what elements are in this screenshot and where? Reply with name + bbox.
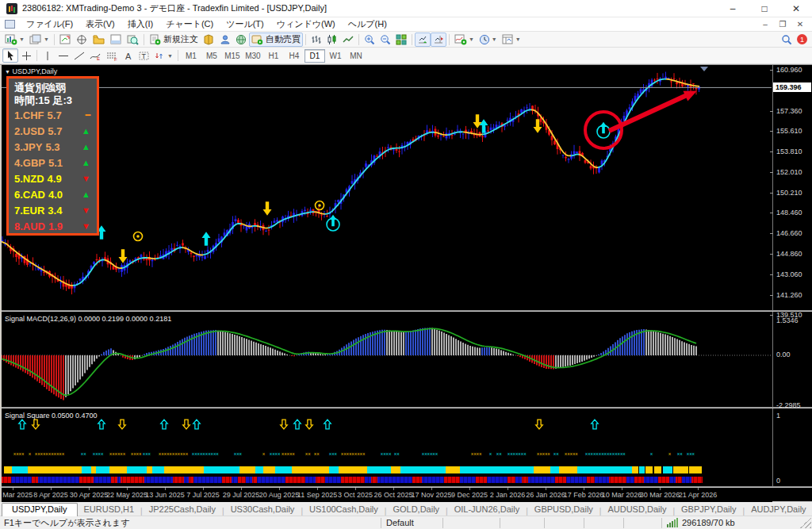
text-label-tool-button[interactable]: T	[136, 48, 152, 63]
chart-document-icon[interactable]	[5, 20, 15, 29]
community-button[interactable]	[217, 33, 233, 47]
mdi-minimize-button[interactable]: –	[756, 18, 774, 30]
templates-button[interactable]: ▼	[500, 33, 523, 47]
chart-tab-eurusd-h1[interactable]: EURUSD,H1	[78, 504, 141, 516]
date-tick	[393, 488, 394, 490]
crosshair-tool-button[interactable]	[18, 48, 34, 63]
price-axis-label: 146.660	[776, 229, 802, 237]
price-axis[interactable]: 159.396 160.960157.360155.610153.810152.…	[773, 65, 812, 502]
indicators-button[interactable]: ▼	[452, 33, 477, 47]
date-axis-label: 20 Aug 2025	[259, 491, 300, 499]
metaeditor-button[interactable]	[201, 33, 217, 47]
pane-separator[interactable]	[0, 486, 812, 488]
candlestick-chart-button[interactable]	[324, 33, 340, 47]
menu-item-file[interactable]: ファイル(F)	[20, 17, 79, 31]
bar-chart-button[interactable]	[308, 33, 324, 47]
svg-text:xxxxxx: xxxxxx	[109, 451, 125, 456]
timeframe-w1[interactable]: W1	[325, 49, 346, 63]
navigator-button[interactable]	[90, 33, 108, 47]
search-icon[interactable]	[781, 34, 792, 45]
svg-text:xxxx: xxxx	[93, 451, 104, 456]
svg-text:xxxx: xxxx	[13, 451, 25, 456]
periods-button[interactable]: ▼	[477, 33, 500, 47]
timeframe-mn[interactable]: MN	[346, 49, 366, 63]
auto-scroll-button[interactable]	[415, 33, 431, 47]
new-chart-button[interactable]: ▼	[2, 33, 27, 47]
auto-trading-button[interactable]: 自動売買	[249, 33, 303, 47]
cursor-tool-button[interactable]	[2, 48, 18, 63]
chart-tab-audusd-daily[interactable]: AUDUSD,Daily	[601, 504, 672, 516]
timeframe-m5[interactable]: M5	[201, 49, 222, 63]
chart-tab-audjpy-daily[interactable]: AUDJPY,Daily	[745, 504, 812, 516]
text-tool-button[interactable]: A	[121, 48, 136, 63]
svg-text:xx: xx	[305, 451, 311, 456]
tile-windows-button[interactable]	[393, 33, 409, 47]
price-chart-canvas[interactable]: xxxxxxxxxxxxxxxxxxxxxxxxxxxxxxxxxxxxxxxx…	[0, 65, 812, 502]
menu-item-insert[interactable]: 挿入(I)	[121, 17, 159, 31]
profiles-button[interactable]: ▼	[27, 33, 52, 47]
close-button[interactable]: ✕	[780, 0, 812, 17]
collapse-triangle-icon[interactable]: ▼	[5, 69, 10, 75]
chart-tab-oil-jun26-daily[interactable]: OIL-JUN26,Daily	[448, 504, 527, 516]
news-button[interactable]	[233, 33, 249, 47]
timeframe-m1[interactable]: M1	[181, 49, 201, 63]
timeframe-m30[interactable]: M30	[243, 49, 263, 63]
minimize-button[interactable]: –	[717, 0, 749, 17]
strength-rank-currency: 5.NZD	[14, 173, 44, 185]
chart-tab-us100cash-daily[interactable]: US100Cash,Daily	[303, 504, 385, 516]
menu-item-view[interactable]: 表示(V)	[79, 17, 121, 31]
menu-item-tools[interactable]: ツール(T)	[220, 17, 270, 31]
svg-text:xx: xx	[496, 451, 502, 456]
signal-square-layer: xxxxxxxxxxxxxxxxxxxxxxxxxxxxxxxxxxxxxxxx…	[2, 420, 703, 483]
mdi-restore-button[interactable]: ❐	[774, 18, 791, 30]
timeframe-h4[interactable]: H4	[284, 49, 304, 63]
channel-tool-button[interactable]: E	[87, 48, 104, 63]
zoom-in-button[interactable]	[362, 33, 377, 47]
horizontal-line-tool-button[interactable]	[56, 48, 71, 63]
macd-signal-line	[2, 328, 696, 395]
data-window-button[interactable]	[74, 33, 90, 47]
terminal-button[interactable]	[108, 33, 124, 47]
resize-grip[interactable]	[800, 517, 811, 528]
svg-text:x: x	[262, 451, 265, 456]
trendline-tool-button[interactable]	[71, 48, 87, 63]
fibonacci-tool-button[interactable]: F	[104, 48, 121, 63]
timeframe-m15[interactable]: M15	[222, 49, 243, 63]
zoom-out-button[interactable]	[377, 33, 393, 47]
chevron-down-icon: ▼	[469, 36, 474, 42]
menu-item-help[interactable]: ヘルプ(H)	[342, 17, 393, 31]
pane-separator[interactable]	[0, 310, 812, 312]
menu-item-window[interactable]: ウィンドウ(W)	[270, 17, 342, 31]
timeframe-h1[interactable]: H1	[263, 49, 284, 63]
price-axis-label: 150.210	[776, 189, 802, 197]
timeframe-d1[interactable]: D1	[304, 49, 325, 63]
strategy-tester-button[interactable]	[124, 33, 141, 47]
new-order-button[interactable]: 新規注文	[147, 33, 201, 47]
date-tick	[469, 488, 470, 490]
chart-tab-gold-daily[interactable]: GOLD,Daily	[386, 504, 446, 516]
toolbar-separator	[412, 34, 412, 45]
status-profile-cell[interactable]: Default	[381, 518, 442, 528]
strength-row-chf: 1.CHF5.7━	[14, 107, 92, 123]
chart-tab-jp225cash-daily[interactable]: JP225Cash,Daily	[143, 504, 222, 516]
strength-rank-currency: 2.USD	[14, 125, 44, 137]
market-watch-button[interactable]	[57, 33, 74, 47]
pane-separator[interactable]	[0, 407, 812, 408]
maximize-button[interactable]: □	[749, 0, 780, 17]
chart-workspace[interactable]: xxxxxxxxxxxxxxxxxxxxxxxxxxxxxxxxxxxxxxxx…	[0, 64, 812, 501]
vertical-line-tool-button[interactable]	[40, 48, 56, 63]
chart-tab-gbpjpy-daily[interactable]: GBPJPY,Daily	[675, 504, 743, 516]
notification-badge[interactable]: 1	[797, 34, 807, 44]
chart-tab-usdjpy-daily[interactable]: USDJPY,Daily	[2, 503, 78, 516]
svg-text:x: x	[668, 451, 671, 456]
line-chart-button[interactable]	[340, 33, 356, 47]
chart-tab-us30cash-daily[interactable]: US30Cash,Daily	[224, 504, 301, 516]
chart-shift-button[interactable]	[431, 33, 446, 47]
arrows-tool-button[interactable]: ▼	[152, 48, 175, 63]
menu-item-charts[interactable]: チャート(C)	[159, 17, 220, 31]
signal-square-axis-label: 1	[776, 412, 780, 420]
mdi-close-button[interactable]: ✕	[791, 18, 809, 30]
down-triangle-icon: ▼	[82, 221, 92, 231]
chart-tab-gbpusd-daily[interactable]: GBPUSD,Daily	[528, 504, 599, 516]
time-axis[interactable]: 18 Mar 20258 Apr 202530 Apr 202522 May 2…	[0, 488, 772, 502]
